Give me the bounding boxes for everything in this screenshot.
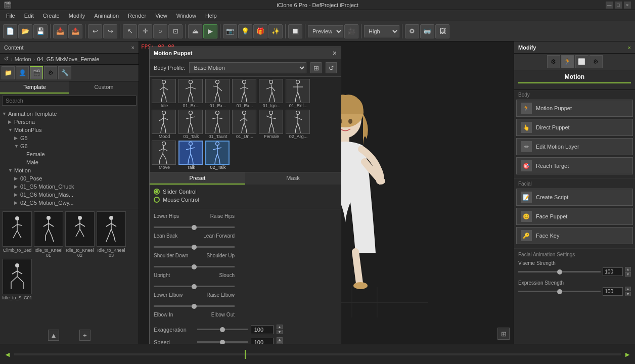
- breadcrumb-back[interactable]: ↺: [4, 56, 9, 62]
- close-button[interactable]: ×: [624, 2, 631, 9]
- modify-create-script-btn[interactable]: 📝 Create Script: [516, 189, 633, 206]
- menu-create[interactable]: Create: [39, 12, 64, 20]
- mp-anim-idle[interactable]: Idle: [152, 79, 177, 108]
- modify-face-btn[interactable]: ⬜: [575, 55, 588, 68]
- mp-speed-slider[interactable]: [197, 341, 248, 343]
- prop-button[interactable]: 🎁: [253, 24, 267, 38]
- mp-exaggeration-value[interactable]: 100: [251, 325, 274, 334]
- mp-anim-02arg2[interactable]: 02_Arg...: [286, 110, 311, 139]
- cam-record-button[interactable]: 🎥: [344, 24, 358, 38]
- breadcrumb-motion[interactable]: Motion: [15, 56, 31, 62]
- content-anim-btn[interactable]: 🎬: [30, 66, 43, 79]
- export-button[interactable]: 📤: [68, 24, 82, 38]
- content-user-btn[interactable]: 👤: [16, 66, 29, 79]
- open-button[interactable]: 📂: [18, 24, 32, 38]
- viewport-overlay-btn[interactable]: ⊞: [497, 328, 510, 340]
- view3d-button[interactable]: 🔲: [288, 24, 302, 38]
- viewport[interactable]: FPS: 00.00 Motion Puppet × Body Profile:…: [139, 41, 514, 344]
- mp-anim-mood[interactable]: Mood: [152, 110, 177, 139]
- menu-help[interactable]: Help: [201, 12, 221, 20]
- effect-button[interactable]: ✨: [268, 24, 283, 38]
- mp-anim-01ref[interactable]: 01_Ref...: [286, 79, 311, 108]
- tree-g6[interactable]: ▼ G6: [2, 142, 137, 150]
- menu-window[interactable]: Window: [172, 12, 200, 20]
- light-button[interactable]: 💡: [238, 24, 252, 38]
- mp-radio-mouse-control[interactable]: [154, 197, 160, 203]
- tree-02g5g[interactable]: ▶ 02_G5 Motion_Gwy...: [2, 199, 137, 207]
- select-button[interactable]: ↖: [123, 24, 137, 38]
- modify-settings-btn[interactable]: ⚙: [547, 55, 560, 68]
- quality-select[interactable]: High Medium Low: [364, 25, 399, 37]
- modify-direct-puppet-btn[interactable]: 👆 Direct Puppet: [516, 119, 633, 136]
- mp-speed-down[interactable]: ▼: [277, 342, 283, 344]
- preview-select[interactable]: Preview Quality: [308, 25, 343, 37]
- modify-edit-motion-btn[interactable]: ✏ Edit Motion Layer: [516, 138, 633, 155]
- mp-anim-02arg1[interactable]: Female: [259, 110, 284, 139]
- mp-hips-slider[interactable]: [154, 226, 235, 228]
- timeline-right-arrow[interactable]: ►: [624, 350, 631, 358]
- motion-button[interactable]: ▶: [203, 24, 217, 38]
- mp-anim-talk[interactable]: Talk: [178, 141, 204, 170]
- tree-00pose[interactable]: ▶ 00_Pose: [2, 174, 137, 183]
- tree-motionplus[interactable]: ▼ MotionPlus: [2, 126, 137, 134]
- modify-face-puppet-btn[interactable]: 😊 Face Puppet: [516, 208, 633, 225]
- mp-anim-01taunt[interactable]: 01_Taunt: [205, 110, 231, 139]
- scale-button[interactable]: ⊡: [168, 24, 183, 38]
- new-button[interactable]: 📄: [3, 24, 17, 38]
- mp-anim-01talk[interactable]: 01_Talk: [178, 110, 204, 139]
- tab-template[interactable]: Template: [0, 81, 69, 94]
- thumb-idle-kneel3[interactable]: Idle_to_Kneel03: [96, 211, 126, 258]
- modify-face-key-btn[interactable]: 🔑 Face Key: [516, 227, 633, 244]
- mp-exaggeration-slider[interactable]: [197, 329, 248, 330]
- modify-close-icon[interactable]: ×: [628, 44, 631, 51]
- tree-animation-template[interactable]: ▼ Animation Template: [2, 110, 137, 118]
- settings-button[interactable]: ⚙: [405, 24, 419, 38]
- mp-tab-mask[interactable]: Mask: [245, 172, 341, 185]
- mp-anim-01ex3[interactable]: 01_Ex...: [232, 79, 257, 108]
- timeline-left-arrow[interactable]: ◄: [4, 350, 11, 358]
- modify-expression-value[interactable]: [603, 287, 623, 296]
- modify-motion-btn[interactable]: 🏃: [561, 55, 574, 68]
- mp-profile-copy-btn[interactable]: ⊞: [310, 62, 322, 73]
- mp-speed-up[interactable]: ▲: [277, 337, 283, 342]
- tree-persona[interactable]: ▶ Persona: [2, 118, 137, 126]
- scroll-up-button[interactable]: ▲: [48, 330, 59, 341]
- mp-exag-up[interactable]: ▲: [277, 325, 283, 329]
- menu-animation[interactable]: Animation: [90, 12, 123, 20]
- thumb-idle-sitc1[interactable]: Idle_to_SitC01: [2, 259, 32, 300]
- viewport-settings-button[interactable]: ⊞: [497, 328, 510, 340]
- menu-file[interactable]: File: [2, 12, 19, 20]
- thumb-climb[interactable]: Climb_to_Bed: [2, 211, 32, 258]
- thumb-idle-kneel1[interactable]: Idle_to_Kneel01: [33, 211, 64, 258]
- mp-anim-02talk[interactable]: 02_Talk: [205, 141, 231, 170]
- mp-profile-refresh-btn[interactable]: ↺: [326, 62, 337, 73]
- modify-expression-slider[interactable]: [518, 291, 601, 292]
- modify-expression-up[interactable]: ▲: [625, 287, 631, 291]
- tree-01g6[interactable]: ▶ 01_G6 Motion_Mas...: [2, 191, 137, 199]
- modify-expression-down[interactable]: ▼: [625, 292, 631, 296]
- thumb-idle-kneel2[interactable]: Idle_to_Kneel02: [65, 211, 95, 258]
- mp-anim-01ex1[interactable]: 01_Ex...: [178, 79, 204, 108]
- content-scene-btn[interactable]: ⚙: [44, 66, 57, 79]
- menu-render[interactable]: Render: [124, 12, 150, 20]
- modify-reach-target-btn[interactable]: 🎯 Reach Target: [516, 157, 633, 174]
- mp-speed-value[interactable]: 100: [251, 338, 274, 344]
- content-plugin-btn[interactable]: 🔧: [58, 66, 71, 79]
- mp-anim-01ign[interactable]: 01_Ign...: [259, 79, 284, 108]
- tree-g5[interactable]: ▶ G5: [2, 134, 137, 142]
- modify-viseme-down[interactable]: ▼: [625, 272, 631, 277]
- tab-custom[interactable]: Custom: [69, 81, 139, 94]
- import-button[interactable]: 📥: [53, 24, 67, 38]
- mp-radio-slider-control[interactable]: [154, 189, 160, 195]
- mp-tab-preset[interactable]: Preset: [150, 172, 245, 185]
- timeline-track[interactable]: [14, 353, 621, 355]
- tree-motion[interactable]: ▼ Motion: [2, 166, 137, 174]
- minimize-button[interactable]: —: [606, 2, 613, 9]
- mp-anim-01un[interactable]: 01_Un...: [232, 110, 257, 139]
- modify-config-btn[interactable]: ⚙: [589, 55, 603, 68]
- mp-lean-slider[interactable]: [154, 246, 235, 248]
- content-folder-btn[interactable]: 📁: [2, 66, 15, 79]
- mp-close-button[interactable]: ×: [333, 49, 337, 57]
- modify-motion-puppet-btn[interactable]: 🏃 Motion Puppet: [516, 100, 633, 117]
- mp-anim-move[interactable]: Move: [152, 141, 177, 170]
